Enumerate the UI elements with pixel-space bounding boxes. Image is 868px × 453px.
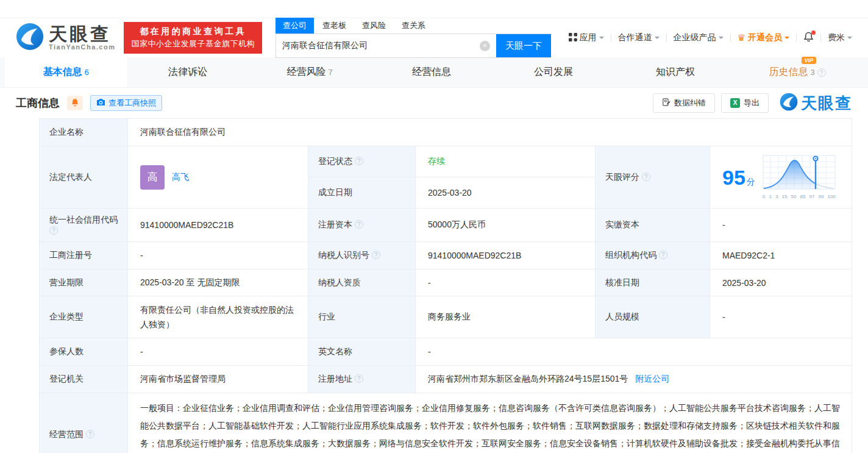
- company-type-label: 企业类型: [49, 312, 84, 321]
- watermark-logo: 天眼查: [780, 93, 852, 114]
- tab-count: 7: [328, 68, 332, 77]
- crown-icon: ♛: [738, 32, 745, 43]
- tab-label: 基本信息: [43, 66, 82, 79]
- watermark-text: 天眼查: [801, 93, 852, 114]
- data-correction-button[interactable]: 数据纠错: [653, 93, 715, 113]
- camera-icon: [96, 98, 105, 108]
- legal-rep-link[interactable]: 高飞: [172, 172, 189, 183]
- taxpayer-quality-value: -: [428, 278, 431, 288]
- score-axis-ticks: 0131550859799100: [763, 194, 836, 199]
- help-icon[interactable]: ?: [659, 251, 667, 259]
- section-header: 工商信息 查看工商快照 数据纠错 X 导出 天眼查: [0, 88, 868, 118]
- nav-vip[interactable]: ♛ 开通会员: [738, 32, 789, 43]
- tab-basic-info[interactable]: 基本信息6: [5, 57, 127, 87]
- notification-bell-icon[interactable]: [803, 32, 814, 44]
- tab-company-development[interactable]: 公司发展: [493, 57, 614, 87]
- taxpayer-id-value: 91410000MAED92C21B: [428, 251, 521, 260]
- tab-history-info[interactable]: 历史信息 VIP 3 ?: [736, 57, 858, 87]
- industry-label: 行业: [318, 312, 335, 321]
- chevron-down-icon: [784, 37, 789, 41]
- search-button[interactable]: 天眼一下: [496, 34, 551, 57]
- excel-icon: X: [730, 98, 740, 108]
- snapshot-button[interactable]: 查看工商快照: [90, 95, 162, 111]
- tianyancha-logo[interactable]: 天眼查 TianYanCha.com: [16, 23, 115, 53]
- monitor-bell-button[interactable]: [67, 96, 83, 110]
- notification-dot: [811, 30, 816, 35]
- nav-partner[interactable]: 合作通道: [618, 32, 660, 43]
- search-tab-boss[interactable]: 查老板: [315, 18, 354, 34]
- nav-user[interactable]: 费米: [828, 32, 852, 43]
- table-row: 参保人数 - 英文名称 -: [40, 338, 852, 366]
- tab-label: 法律诉讼: [168, 66, 207, 79]
- search-input[interactable]: [276, 34, 480, 57]
- chevron-down-icon: [599, 37, 604, 41]
- score-distribution-chart: 0131550859799100: [763, 155, 836, 199]
- help-icon[interactable]: ?: [355, 374, 363, 383]
- help-icon[interactable]: ?: [49, 226, 58, 235]
- bell-icon: [71, 98, 79, 109]
- help-icon[interactable]: ?: [372, 251, 380, 259]
- reg-address-value: 河南省郑州市郑东新区金融岛外环路24号15层1501号: [428, 374, 628, 383]
- avatar[interactable]: 高: [140, 165, 165, 190]
- reg-capital-value: 50000万人民币: [428, 219, 486, 229]
- reg-number-value: -: [140, 251, 143, 260]
- tab-operating-risk[interactable]: 经营风险7: [249, 57, 371, 87]
- table-row: 法定代表人 高 高飞 登记状态 ? 存续 天眼评分 ? 95分: [40, 146, 852, 177]
- table-row: 营业期限 2025-03-20 至 无固定期限 纳税人资质 - 核准日期 202…: [40, 269, 852, 296]
- table-row: 企业名称 河南联合征信有限公司: [40, 119, 852, 146]
- nav-enterprise-label: 企业级产品: [674, 32, 716, 43]
- english-name-value: -: [428, 347, 431, 357]
- taxpayer-quality-label: 纳税人资质: [318, 277, 361, 287]
- help-icon[interactable]: ?: [355, 157, 363, 165]
- tab-intellectual-property[interactable]: 知识产权: [614, 57, 736, 87]
- tab-label: 经营信息: [412, 66, 451, 79]
- business-scope-value: 一般项目：企业征信业务；企业信用调查和评估；企业信用管理咨询服务；企业信用修复服…: [140, 403, 840, 453]
- brand-domain: TianYanCha.com: [49, 43, 115, 51]
- nav-apps[interactable]: 应用: [569, 32, 604, 43]
- chevron-down-icon: [655, 37, 660, 41]
- taxpayer-id-label: 纳税人识别号: [318, 250, 369, 260]
- export-button[interactable]: X 导出: [721, 93, 769, 113]
- tab-label: 公司发展: [534, 66, 573, 79]
- business-term-label: 营业期限: [49, 277, 84, 287]
- business-info-table: 企业名称 河南联合征信有限公司 法定代表人 高 高飞 登记状态 ? 存续 天眼评…: [39, 118, 852, 453]
- nav-enterprise[interactable]: 企业级产品: [674, 32, 724, 43]
- approval-date-label: 核准日期: [605, 277, 639, 287]
- company-name-label: 企业名称: [49, 127, 84, 137]
- help-icon[interactable]: ?: [642, 173, 650, 181]
- help-icon[interactable]: ?: [817, 68, 826, 77]
- tab-label: 知识产权: [656, 66, 695, 79]
- top-strip: [0, 0, 868, 18]
- paid-capital-label: 实缴资本: [605, 219, 639, 229]
- nearby-companies-link[interactable]: 附近公司: [635, 374, 669, 383]
- tab-legal[interactable]: 法律诉讼: [127, 57, 249, 87]
- promo-banner: 都在用的商业查询工具 国家中小企业发展子基金旗下机构: [124, 22, 262, 54]
- eye-logo-icon: [780, 93, 798, 113]
- reg-status-value: 存续: [428, 156, 445, 166]
- reg-status-label: 登记状态: [318, 156, 352, 166]
- tab-business-info[interactable]: 经营信息: [371, 57, 493, 87]
- insured-count-value: -: [140, 347, 143, 357]
- reg-authority-value: 河南省市场监督管理局: [140, 374, 226, 383]
- chevron-down-icon: [719, 37, 724, 41]
- company-name-value: 河南联合征信有限公司: [140, 127, 226, 137]
- eye-logo-icon: [16, 23, 44, 53]
- nav-vip-label: 开通会员: [748, 32, 782, 43]
- search-tab-risk[interactable]: 查风险: [355, 18, 393, 34]
- staff-size-value: -: [722, 312, 725, 322]
- score-value: 95: [722, 166, 745, 189]
- help-icon[interactable]: ?: [355, 220, 363, 229]
- search-tab-company[interactable]: 查公司: [276, 18, 314, 34]
- help-icon[interactable]: ?: [86, 430, 94, 438]
- chevron-down-icon: [847, 37, 852, 41]
- score-unit: 分: [747, 177, 755, 187]
- table-row: 登记机关 河南省市场监督管理局 注册地址 ? 河南省郑州市郑东新区金融岛外环路2…: [40, 366, 852, 393]
- correction-label: 数据纠错: [674, 98, 706, 109]
- search-tab-relation[interactable]: 查关系: [394, 18, 433, 34]
- tianyan-score: 95分: [722, 152, 845, 202]
- tab-count: 6: [84, 68, 88, 77]
- clear-icon[interactable]: ×: [480, 41, 490, 51]
- est-date-value: 2025-03-20: [428, 188, 472, 198]
- approval-date-value: 2025-03-20: [722, 278, 766, 288]
- site-header: 天眼查 TianYanCha.com 都在用的商业查询工具 国家中小企业发展子基…: [0, 18, 868, 57]
